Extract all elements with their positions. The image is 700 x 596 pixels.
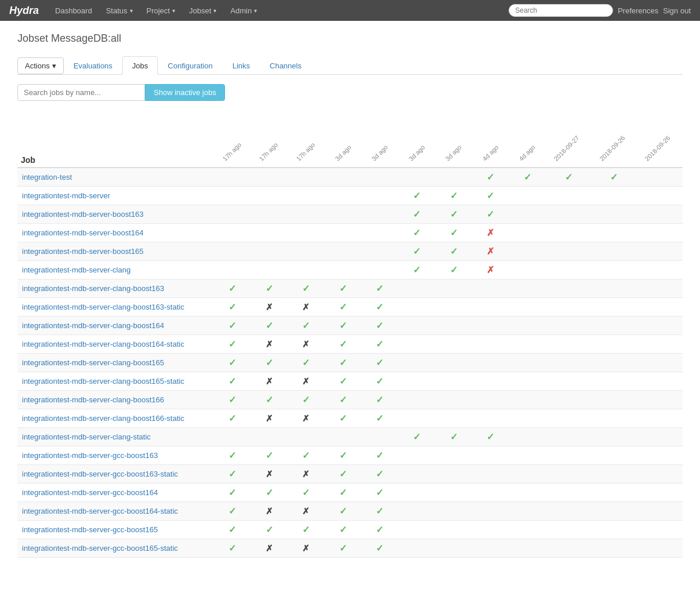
cell-2-1: [251, 205, 288, 224]
job-name-0[interactable]: integration-test: [17, 168, 214, 187]
job-name-14[interactable]: integrationtest-mdb-server-clang-static: [17, 428, 214, 446]
tab-jobs[interactable]: Jobs: [122, 56, 158, 75]
job-name-7[interactable]: integrationtest-mdb-server-clang-boost16…: [17, 298, 214, 317]
nav-admin[interactable]: Admin▾: [223, 0, 264, 21]
cell-9-10: [592, 335, 637, 354]
cell-9-4: ✓: [361, 335, 398, 354]
cell-18-2: ✗: [288, 502, 325, 521]
check-icon: ✓: [413, 209, 420, 219]
job-name-5[interactable]: integrationtest-mdb-server-clang: [17, 261, 214, 279]
table-row: integrationtest-mdb-server-gcc-boost163✓…: [17, 446, 683, 465]
check-icon: ✓: [339, 395, 347, 405]
cell-19-11: [637, 521, 683, 539]
cell-5-4: [361, 261, 398, 279]
cell-2-8: [509, 205, 546, 224]
cell-2-9: [546, 205, 592, 224]
cell-10-3: ✓: [325, 354, 362, 372]
cell-15-3: ✓: [325, 446, 362, 465]
nav-project[interactable]: Project▾: [140, 0, 182, 21]
job-name-4[interactable]: integrationtest-mdb-server-boost165: [17, 242, 214, 261]
check-icon: ✓: [229, 525, 236, 535]
job-name-17[interactable]: integrationtest-mdb-server-gcc-boost164: [17, 484, 214, 502]
tab-actions[interactable]: Actions ▾: [17, 57, 64, 74]
job-name-18[interactable]: integrationtest-mdb-server-gcc-boost164-…: [17, 502, 214, 521]
job-name-11[interactable]: integrationtest-mdb-server-clang-boost16…: [17, 372, 214, 391]
cell-2-3: [325, 205, 362, 224]
job-name-3[interactable]: integrationtest-mdb-server-boost164: [17, 224, 214, 242]
show-inactive-button[interactable]: Show inactive jobs: [145, 84, 225, 101]
cell-11-2: ✗: [288, 372, 325, 391]
preferences-link[interactable]: Preferences: [618, 6, 658, 15]
cell-8-2: ✓: [288, 317, 325, 335]
check-icon: ✓: [339, 488, 347, 497]
nav-status[interactable]: Status▾: [99, 0, 140, 21]
col-header-11: 2018-09-26: [637, 115, 683, 168]
cell-6-9: [546, 279, 592, 298]
cell-20-2: ✗: [288, 539, 325, 558]
job-name-9[interactable]: integrationtest-mdb-server-clang-boost16…: [17, 335, 214, 354]
nav-dashboard[interactable]: Dashboard: [48, 0, 99, 21]
cell-9-7: [472, 335, 509, 354]
cell-0-8: ✓: [509, 168, 546, 187]
check-icon: ✓: [450, 265, 458, 275]
cell-8-3: ✓: [325, 317, 362, 335]
table-row: integrationtest-mdb-server-gcc-boost164-…: [17, 502, 683, 521]
job-name-2[interactable]: integrationtest-mdb-server-boost163: [17, 205, 214, 224]
cell-8-11: [637, 317, 683, 335]
job-name-19[interactable]: integrationtest-mdb-server-gcc-boost165: [17, 521, 214, 539]
cell-1-11: [637, 187, 683, 205]
cell-1-6: ✓: [435, 187, 472, 205]
job-name-20[interactable]: integrationtest-mdb-server-gcc-boost165-…: [17, 539, 214, 558]
job-name-15[interactable]: integrationtest-mdb-server-gcc-boost163: [17, 446, 214, 465]
check-icon: ✓: [524, 172, 531, 182]
cell-1-1: [251, 187, 288, 205]
cross-dark-icon: ✗: [302, 376, 310, 386]
check-icon: ✓: [339, 321, 347, 330]
search-input[interactable]: [509, 4, 613, 17]
tabs: Actions ▾ Evaluations Jobs Configuration…: [17, 56, 683, 75]
signout-link[interactable]: Sign out: [663, 6, 691, 15]
cell-16-5: [398, 465, 436, 484]
cell-12-3: ✓: [325, 391, 362, 409]
cell-6-0: ✓: [214, 279, 251, 298]
cell-0-4: [361, 168, 398, 187]
cell-0-5: [398, 168, 436, 187]
check-icon: ✓: [376, 376, 383, 386]
check-icon: ✓: [266, 321, 273, 330]
job-name-8[interactable]: integrationtest-mdb-server-clang-boost16…: [17, 317, 214, 335]
job-name-6[interactable]: integrationtest-mdb-server-clang-boost16…: [17, 279, 214, 298]
job-name-1[interactable]: integrationtest-mdb-server: [17, 187, 214, 205]
cell-11-0: ✓: [214, 372, 251, 391]
cell-11-9: [546, 372, 592, 391]
job-name-16[interactable]: integrationtest-mdb-server-gcc-boost163-…: [17, 465, 214, 484]
cell-14-8: [509, 428, 546, 446]
tab-channels[interactable]: Channels: [260, 56, 311, 75]
job-name-10[interactable]: integrationtest-mdb-server-clang-boost16…: [17, 354, 214, 372]
cross-dark-icon: ✗: [266, 506, 273, 516]
cross-dark-icon: ✗: [266, 302, 273, 312]
cell-8-8: [509, 317, 546, 335]
job-name-12[interactable]: integrationtest-mdb-server-clang-boost16…: [17, 391, 214, 409]
check-icon: ✓: [339, 525, 347, 535]
table-row: integrationtest-mdb-server-clang-static✓…: [17, 428, 683, 446]
cell-4-9: [546, 242, 592, 261]
cell-16-2: ✗: [288, 465, 325, 484]
cell-18-10: [592, 502, 637, 521]
check-icon: ✓: [413, 191, 420, 201]
cell-19-8: [509, 521, 546, 539]
job-name-13[interactable]: integrationtest-mdb-server-clang-boost16…: [17, 409, 214, 428]
cell-20-4: ✓: [361, 539, 398, 558]
tab-evaluations[interactable]: Evaluations: [64, 56, 122, 75]
cell-13-4: ✓: [361, 409, 398, 428]
tab-links[interactable]: Links: [223, 56, 260, 75]
nav-jobset[interactable]: Jobset▾: [182, 0, 223, 21]
cell-11-1: ✗: [251, 372, 288, 391]
cell-9-2: ✗: [288, 335, 325, 354]
check-icon: ✓: [376, 506, 383, 516]
job-search-input[interactable]: [17, 84, 145, 101]
tab-configuration[interactable]: Configuration: [158, 56, 222, 75]
table-row: integrationtest-mdb-server-clang-boost16…: [17, 335, 683, 354]
cross-dark-icon: ✗: [302, 413, 310, 423]
cell-13-11: [637, 409, 683, 428]
cell-4-10: [592, 242, 637, 261]
